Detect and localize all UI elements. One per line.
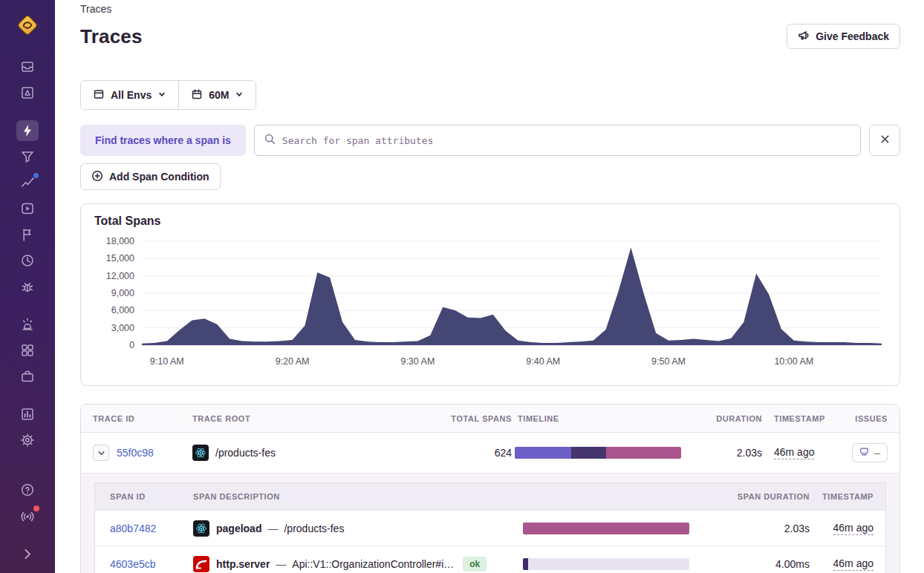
trace-root-label: /products-fes bbox=[215, 447, 276, 459]
sidebar-nav bbox=[0, 56, 55, 451]
col-trace-id: TRACE ID bbox=[81, 414, 192, 423]
span-timestamp: 46m ago bbox=[833, 557, 873, 571]
time-range-filter[interactable]: 60M bbox=[178, 81, 256, 109]
svg-text:9:30 AM: 9:30 AM bbox=[400, 356, 435, 367]
span-search-box[interactable] bbox=[254, 125, 861, 156]
span-description: /products-fes bbox=[284, 523, 344, 534]
span-duration: 4.00ms bbox=[775, 558, 810, 570]
trace-id-link[interactable]: 55f0c98 bbox=[117, 447, 154, 459]
whats-new-broadcast-icon[interactable] bbox=[16, 505, 39, 526]
dashboards-grid-icon[interactable] bbox=[16, 340, 39, 361]
environment-label: All Envs bbox=[111, 89, 152, 101]
circle-plus-icon bbox=[91, 170, 103, 184]
total-spans-value: 624 bbox=[495, 447, 512, 459]
separator: — bbox=[267, 523, 278, 534]
col-issues: ISSUES bbox=[855, 414, 888, 423]
react-project-icon bbox=[193, 520, 209, 537]
trace-row: 55f0c98 /products-fes 624 2.03s 46m ago … bbox=[81, 433, 899, 473]
releases-clock-icon[interactable] bbox=[16, 250, 39, 271]
traces-table-header: TRACE ID TRACE ROOT TOTAL SPANS TIMELINE… bbox=[81, 405, 899, 433]
filter-bar: All Envs 60M bbox=[80, 80, 900, 110]
find-traces-chip: Find traces where a span is bbox=[80, 125, 246, 156]
col-timeline: TIMELINE bbox=[512, 414, 695, 423]
metrics-chart-icon[interactable] bbox=[16, 172, 39, 193]
svg-text:0: 0 bbox=[129, 340, 134, 350]
notification-dot bbox=[33, 505, 39, 511]
trace-timestamp: 46m ago bbox=[774, 446, 814, 459]
settings-gear-icon[interactable] bbox=[16, 430, 39, 451]
span-duration: 2.03s bbox=[784, 523, 810, 534]
environment-filter[interactable]: All Envs bbox=[81, 81, 178, 109]
help-icon[interactable] bbox=[16, 479, 39, 500]
span-search-input[interactable] bbox=[282, 125, 851, 155]
span-id-link[interactable]: 4603e5cb bbox=[110, 558, 156, 570]
expand-trace-button[interactable] bbox=[93, 445, 109, 461]
span-id-link[interactable]: a80b7482 bbox=[110, 523, 156, 534]
total-spans-panel: Total Spans 03,0006,0009,00012,00015,000… bbox=[80, 203, 900, 386]
traces-table: TRACE ID TRACE ROOT TOTAL SPANS TIMELINE… bbox=[80, 404, 900, 573]
svg-text:10:00 AM: 10:00 AM bbox=[774, 356, 813, 367]
give-feedback-button[interactable]: Give Feedback bbox=[787, 24, 900, 49]
svg-text:9:20 AM: 9:20 AM bbox=[276, 356, 310, 367]
page-title: Traces bbox=[80, 25, 143, 48]
svg-text:18,000: 18,000 bbox=[106, 236, 134, 246]
svg-text:9:10 AM: 9:10 AM bbox=[150, 356, 184, 367]
span-timeline-bar bbox=[523, 523, 689, 534]
notification-dot bbox=[33, 173, 39, 178]
funnel-icon[interactable] bbox=[16, 146, 39, 167]
span-table-header: SPAN ID SPAN DESCRIPTION SPAN DURATION T… bbox=[95, 483, 885, 510]
svg-text:3,000: 3,000 bbox=[111, 323, 134, 333]
span-timeline-bar bbox=[523, 558, 689, 570]
col-duration: DURATION bbox=[716, 414, 762, 423]
search-icon bbox=[264, 133, 276, 148]
breadcrumb[interactable]: Traces bbox=[80, 3, 900, 15]
feature-flag-icon[interactable] bbox=[16, 224, 39, 245]
megaphone-icon bbox=[798, 30, 810, 44]
chevron-down-icon bbox=[235, 89, 244, 101]
issues-icon[interactable] bbox=[16, 56, 39, 77]
chart-title: Total Spans bbox=[94, 215, 886, 228]
time-range-label: 60M bbox=[209, 89, 229, 101]
trace-timeline-bar bbox=[515, 447, 681, 459]
span-op: pageload bbox=[216, 523, 261, 534]
trace-duration: 2.03s bbox=[737, 447, 762, 459]
add-span-condition-button[interactable]: Add Span Condition bbox=[80, 163, 221, 190]
calendar-icon bbox=[191, 88, 203, 102]
separator: — bbox=[276, 558, 286, 570]
collapse-chevron-icon[interactable] bbox=[16, 543, 39, 564]
svg-text:9:40 AM: 9:40 AM bbox=[526, 356, 560, 367]
svg-text:9,000: 9,000 bbox=[111, 288, 134, 298]
traces-icon[interactable] bbox=[16, 120, 39, 141]
col-span-id: SPAN ID bbox=[95, 492, 193, 501]
replays-icon[interactable] bbox=[16, 198, 39, 219]
span-op: http.server bbox=[216, 558, 270, 570]
clear-search-button[interactable] bbox=[869, 125, 900, 156]
span-timestamp: 46m ago bbox=[833, 522, 873, 535]
col-span-description: SPAN DESCRIPTION bbox=[193, 492, 520, 501]
col-trace-root: TRACE ROOT bbox=[192, 414, 437, 423]
alerts-siren-icon[interactable] bbox=[16, 314, 39, 335]
span-search-row: Find traces where a span is bbox=[80, 125, 900, 156]
status-badge: ok bbox=[463, 557, 487, 572]
col-span-duration: SPAN DURATION bbox=[738, 492, 810, 501]
issues-badge[interactable]: – bbox=[852, 443, 888, 462]
stats-icon[interactable] bbox=[16, 404, 39, 425]
sentry-logo[interactable] bbox=[11, 9, 44, 42]
svg-text:12,000: 12,000 bbox=[106, 271, 134, 281]
give-feedback-label: Give Feedback bbox=[816, 30, 889, 42]
sidebar-bottom bbox=[16, 479, 39, 564]
rails-project-icon bbox=[193, 556, 209, 572]
main-content: Traces Traces Give Feedback All Envs bbox=[55, 0, 924, 573]
projects-briefcase-icon[interactable] bbox=[16, 366, 39, 387]
span-row: 4603e5cb http.server — Api::V1::Organiza… bbox=[95, 546, 885, 573]
crons-bug-icon[interactable] bbox=[16, 276, 39, 297]
svg-text:15,000: 15,000 bbox=[106, 253, 134, 263]
svg-text:9:50 AM: 9:50 AM bbox=[651, 356, 686, 367]
react-project-icon bbox=[192, 445, 209, 461]
sidebar bbox=[0, 0, 55, 573]
span-row: a80b7482 pageload — /products-fes 2.03s … bbox=[95, 510, 885, 546]
explore-icon[interactable] bbox=[16, 82, 39, 103]
col-timestamp: TIMESTAMP bbox=[762, 414, 833, 423]
col-total-spans: TOTAL SPANS bbox=[451, 414, 512, 423]
add-span-condition-label: Add Span Condition bbox=[109, 171, 209, 183]
